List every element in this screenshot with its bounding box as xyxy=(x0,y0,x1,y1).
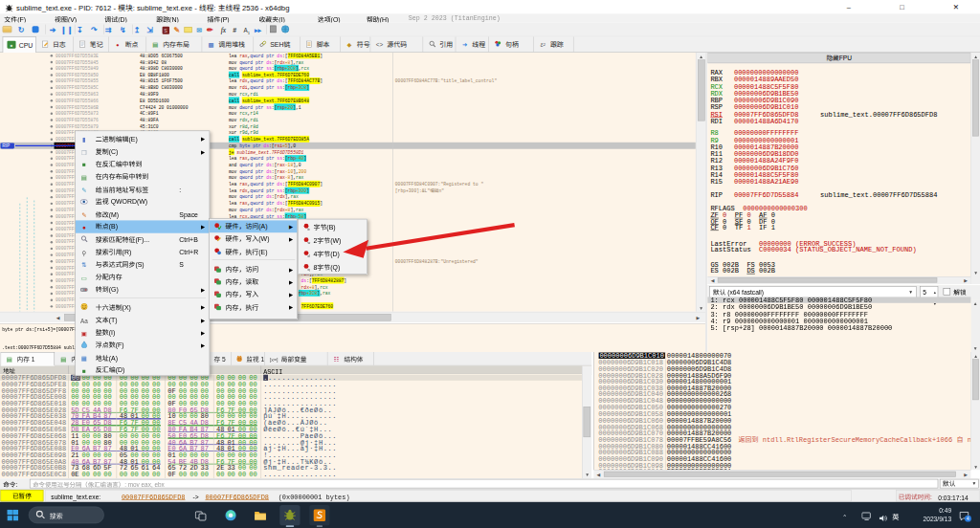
svg-text:RIP: RIP xyxy=(2,143,10,148)
svg-text:b: b xyxy=(307,228,309,231)
svg-text:q: q xyxy=(307,268,309,272)
svg-text:d: d xyxy=(307,254,309,258)
svg-text:w: w xyxy=(307,241,310,245)
